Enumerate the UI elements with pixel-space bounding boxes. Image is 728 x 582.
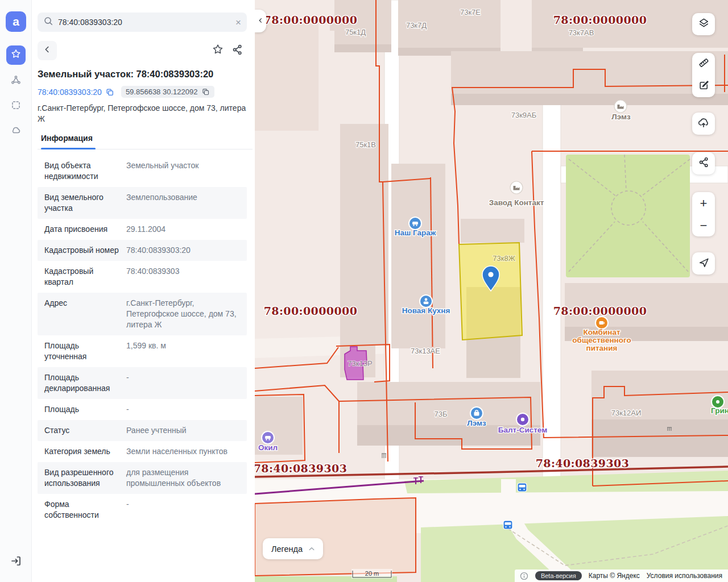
logo-letter: a xyxy=(13,15,19,28)
sidebar-item-favorites[interactable] xyxy=(6,45,26,65)
locate-button[interactable] xyxy=(692,252,715,275)
tab-bar: Информация xyxy=(38,133,253,149)
tab-information[interactable]: Информация xyxy=(41,134,93,143)
navigate-arrow-icon xyxy=(698,256,710,271)
building-label: 73к9АБ xyxy=(511,111,537,119)
minus-icon: − xyxy=(700,219,708,232)
svg-text:Окил: Окил xyxy=(258,443,278,452)
building-label: 73к7Е xyxy=(460,8,481,16)
building-label: 73к12АИ xyxy=(611,409,642,417)
ruler-icon xyxy=(698,57,710,71)
dashed-square-icon xyxy=(10,99,22,113)
zoom-out-button[interactable]: − xyxy=(692,214,715,236)
cadastral-quarter-label: 78:40:0839303 xyxy=(255,462,347,475)
building-label: 73Б xyxy=(435,410,448,418)
chevron-left-icon xyxy=(257,16,264,26)
coordinates-chip[interactable]: 59.856638 30.122092 xyxy=(121,86,215,98)
zoom-controls: + − xyxy=(692,192,715,236)
copy-icon[interactable] xyxy=(201,88,210,96)
table-row: Площадь- xyxy=(38,399,247,420)
coordinates-value: 59.856638 30.122092 xyxy=(126,88,198,96)
building-label: 73к13АЕ xyxy=(411,347,440,355)
building-label: 75к1Д xyxy=(345,28,366,36)
svg-text:питания: питания xyxy=(586,344,618,352)
app-logo[interactable]: a xyxy=(6,11,26,32)
chevron-left-icon xyxy=(42,44,52,57)
building-label: 73к7АВ xyxy=(569,28,594,37)
legend-label: Легенда xyxy=(271,544,303,554)
cadastral-quarter-label: 78:40:0839303 xyxy=(536,457,630,469)
layers-icon xyxy=(698,17,710,31)
page-title: Земельный участок: 78:40:0839303:20 xyxy=(38,69,247,80)
sign-in-button[interactable] xyxy=(6,552,26,572)
object-address: г.Санкт-Петербург, Петергофское шоссе, д… xyxy=(38,103,247,124)
svg-text:Комбинат: Комбинат xyxy=(583,328,620,336)
edit-icon xyxy=(698,79,710,93)
active-tab-underline xyxy=(41,148,96,149)
detail-panel: × Земельный участок: 78:40:0839303:20 78… xyxy=(32,0,255,582)
svg-text:Грин: Грин xyxy=(711,406,728,415)
table-row: Вид земельного участкаЗемлепользование xyxy=(38,187,247,219)
svg-text:Новая Кухня: Новая Кухня xyxy=(402,306,450,315)
collapse-panel-button[interactable] xyxy=(255,10,266,32)
svg-text:Балт-Систем: Балт-Систем xyxy=(498,426,547,434)
table-row: Дата присвоения29.11.2004 xyxy=(38,219,247,240)
ruler-button[interactable] xyxy=(692,53,715,75)
info-button[interactable] xyxy=(520,572,528,580)
svg-text:20 m: 20 m xyxy=(365,570,379,577)
plus-icon: + xyxy=(700,197,708,210)
map-copyright-link[interactable]: Карты © Яндекс xyxy=(589,572,640,580)
table-row: Категория земельЗемли населенных пунктов xyxy=(38,441,247,462)
share-nodes-icon xyxy=(231,44,243,58)
copy-icon[interactable] xyxy=(105,88,114,97)
svg-text:Лэмз: Лэмз xyxy=(611,113,631,121)
table-row: Вид разрешенного использованиядля размещ… xyxy=(38,462,247,494)
draw-button[interactable] xyxy=(692,75,715,97)
sidebar-item-select-area[interactable] xyxy=(6,97,26,116)
terms-of-use-link[interactable]: Условия использования xyxy=(647,572,722,580)
map-attribution: Beta-версия Карты © Яндекс Условия испол… xyxy=(515,569,728,582)
map-render: 78:00:0000000 78:00:0000000 78:00:000000… xyxy=(255,0,728,582)
cadastral-number-link[interactable]: 78:40:0839303:20 xyxy=(38,88,102,97)
sign-in-icon xyxy=(10,555,22,569)
detail-header xyxy=(38,41,247,60)
table-row: Форма собственности- xyxy=(38,494,247,526)
cadastral-quarter-label: 78:00:0000000 xyxy=(264,14,358,26)
bus-stop-icon xyxy=(518,483,527,492)
star-icon xyxy=(10,48,22,62)
share-nodes-icon xyxy=(698,156,710,171)
table-row: Кадастровый квартал78:40:0839303 xyxy=(38,261,247,293)
cloud-upload-icon xyxy=(697,117,710,131)
clear-search-icon[interactable]: × xyxy=(235,18,241,27)
map-share-button[interactable] xyxy=(692,152,715,174)
app: a × xyxy=(0,0,728,582)
back-button[interactable] xyxy=(38,41,57,60)
cadastral-quarter-label: 78:00:0000000 xyxy=(553,14,647,26)
chevron-up-icon xyxy=(308,544,316,554)
favorite-button[interactable] xyxy=(208,41,228,60)
table-row: Адресг.Санкт-Петербург, Петергофское шос… xyxy=(38,293,247,335)
map-canvas[interactable]: 78:00:0000000 78:00:0000000 78:00:000000… xyxy=(255,0,728,582)
search-input[interactable] xyxy=(58,18,231,27)
bus-stop-icon xyxy=(503,521,512,529)
table-row: СтатусРанее учтенный xyxy=(38,420,247,441)
search-bar[interactable]: × xyxy=(38,13,247,32)
measure-tools xyxy=(692,53,715,97)
building-label: 75к1В xyxy=(355,140,376,149)
layers-button[interactable] xyxy=(692,13,715,35)
cloud-icon xyxy=(10,124,22,138)
sidebar-item-objects[interactable] xyxy=(6,72,26,91)
svg-text:Наш Гараж: Наш Гараж xyxy=(395,228,436,237)
cadastral-quarter-label: 78:00:0000000 xyxy=(264,305,358,317)
share-button[interactable] xyxy=(228,41,247,60)
upload-button[interactable] xyxy=(692,113,715,135)
table-row: Площадь декларированная- xyxy=(38,367,247,399)
legend-button[interactable]: Легенда xyxy=(263,538,323,559)
sidebar-item-cloud[interactable] xyxy=(6,122,26,141)
zoom-in-button[interactable]: + xyxy=(692,192,715,214)
search-icon xyxy=(43,16,53,28)
scale-bar: 20 m xyxy=(351,569,392,579)
table-row: Кадастровый номер78:40:0839303:20 xyxy=(38,240,247,261)
building-label: 73к8Ж xyxy=(493,254,515,263)
svg-text:Завод Контакт: Завод Контакт xyxy=(489,198,544,207)
